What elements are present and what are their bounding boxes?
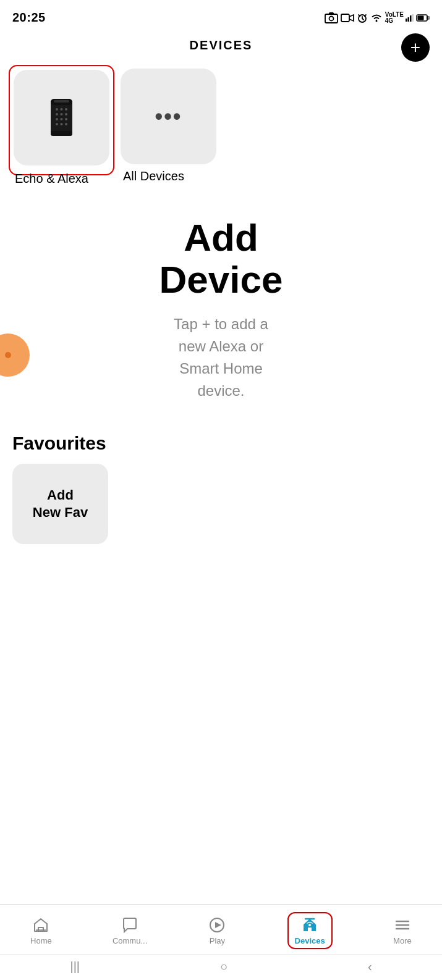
plus-icon: +: [410, 39, 420, 56]
video-icon: [341, 13, 354, 23]
svg-point-4: [375, 20, 377, 22]
nav-more-label: More: [393, 936, 412, 945]
play-icon: [208, 916, 226, 934]
svg-point-30: [308, 924, 311, 926]
nav-play-label: Play: [210, 936, 225, 945]
svg-rect-5: [406, 19, 407, 22]
nav-devices[interactable]: Devices: [287, 912, 333, 949]
add-device-section: Add Device Tap + to add anew Alexa orSma…: [0, 192, 442, 421]
home-button[interactable]: ○: [220, 960, 227, 974]
echo-alexa-selected-border: [9, 65, 114, 175]
status-icons: VoLTE4G: [325, 12, 430, 24]
status-time: 20:25: [12, 10, 46, 25]
add-new-fav-label: AddNew Fav: [27, 480, 94, 528]
bottom-area: Home Commu... Play: [0, 904, 442, 980]
favourites-section: Favourites AddNew Fav: [0, 421, 442, 550]
svg-rect-10: [418, 15, 424, 20]
svg-rect-7: [410, 15, 412, 22]
echo-device-icon: [45, 96, 79, 140]
svg-point-22: [65, 118, 67, 120]
nav-communicate[interactable]: Commu...: [113, 916, 147, 945]
device-categories: Echo & Alexa ••• All Devices: [0, 62, 442, 192]
svg-point-19: [65, 113, 67, 115]
svg-point-1: [329, 16, 333, 20]
nav-devices-label: Devices: [295, 936, 325, 945]
page-title: DEVICES: [190, 38, 253, 52]
svg-point-16: [65, 108, 67, 111]
home-icon: [32, 916, 50, 934]
devices-icon: [300, 916, 319, 934]
svg-point-18: [61, 113, 63, 115]
alarm-icon: [357, 12, 368, 23]
nav-communicate-label: Commu...: [113, 936, 147, 945]
menu-icon: [393, 916, 412, 934]
battery-icon: [416, 14, 430, 22]
nav-more[interactable]: More: [393, 916, 412, 945]
svg-rect-0: [325, 14, 338, 23]
svg-point-15: [61, 108, 63, 111]
header: DEVICES +: [0, 32, 442, 62]
bottom-nav: Home Commu... Play: [0, 904, 442, 954]
svg-point-14: [56, 108, 58, 111]
echo-alexa-category[interactable]: Echo & Alexa: [12, 69, 111, 186]
all-devices-label: All Devices: [121, 169, 184, 183]
all-devices-icon-box: •••: [121, 69, 216, 164]
nav-play[interactable]: Play: [208, 916, 226, 945]
svg-rect-6: [408, 17, 410, 22]
add-new-fav-button[interactable]: AddNew Fav: [12, 464, 108, 544]
svg-point-20: [56, 118, 58, 120]
svg-point-21: [61, 118, 63, 120]
svg-rect-2: [341, 14, 349, 22]
echo-alexa-icon-box: [14, 70, 109, 165]
svg-rect-8: [412, 14, 414, 22]
svg-point-17: [56, 113, 58, 115]
all-devices-category[interactable]: ••• All Devices: [121, 69, 216, 186]
system-nav: ||| ○ ‹: [0, 954, 442, 980]
svg-rect-13: [51, 131, 72, 136]
recent-apps-icon[interactable]: |||: [70, 960, 80, 974]
wifi-icon: [370, 13, 383, 23]
svg-point-25: [65, 123, 67, 125]
status-bar: 20:25 VoLTE4G: [0, 0, 442, 32]
add-device-title: Add Device: [159, 217, 283, 301]
back-button[interactable]: ‹: [368, 960, 372, 974]
nav-home-label: Home: [30, 936, 52, 945]
svg-point-23: [56, 123, 58, 125]
signal-indicators: VoLTE4G: [385, 12, 430, 24]
svg-rect-26: [54, 100, 69, 103]
add-button[interactable]: +: [401, 33, 430, 62]
orange-circle-dot: [5, 352, 11, 358]
chat-icon: [121, 916, 139, 934]
nav-home[interactable]: Home: [30, 916, 52, 945]
photo-icon: [325, 12, 338, 23]
svg-point-24: [61, 123, 63, 125]
echo-alexa-label: Echo & Alexa: [12, 172, 88, 186]
add-device-subtitle: Tap + to add anew Alexa orSmart Homedevi…: [174, 313, 268, 402]
favourites-title: Favourites: [12, 433, 430, 454]
dots-icon: •••: [155, 104, 182, 130]
